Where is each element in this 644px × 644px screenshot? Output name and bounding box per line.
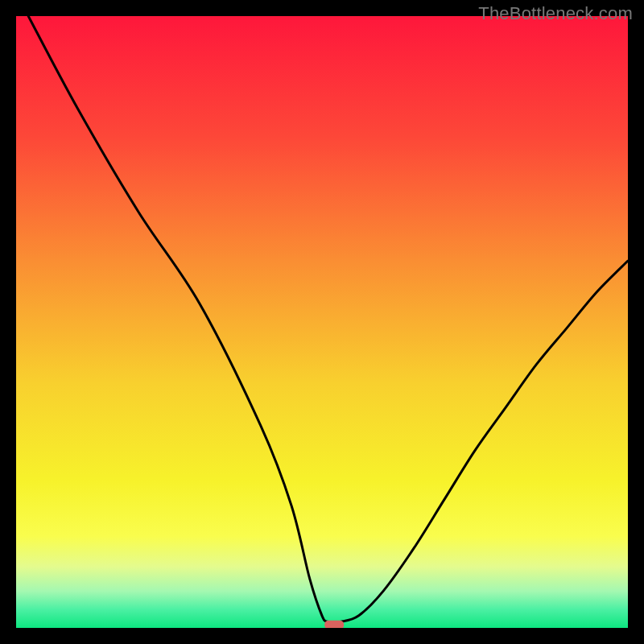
chart-container: TheBottleneck.com: [0, 0, 644, 644]
watermark-text: TheBottleneck.com: [478, 3, 633, 24]
bottleneck-chart: [16, 16, 628, 628]
optimal-marker: [324, 621, 344, 628]
gradient-background: [16, 16, 628, 628]
